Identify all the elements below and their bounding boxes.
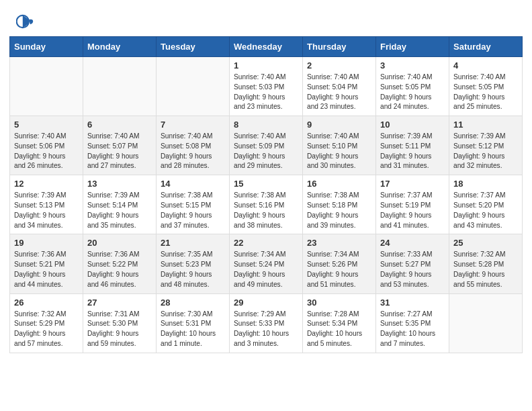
day-number: 12 — [14, 179, 79, 189]
day-cell-14: 14Sunrise: 7:38 AMSunset: 5:15 PMDayligh… — [157, 175, 230, 234]
day-cell-22: 22Sunrise: 7:34 AMSunset: 5:24 PMDayligh… — [230, 234, 303, 293]
sunrise-label: Sunrise: 7:36 AM — [87, 250, 140, 258]
header — [0, 0, 532, 36]
cell-info: Sunrise: 7:40 AMSunset: 5:08 PMDaylight:… — [161, 132, 225, 171]
daylight-label: Daylight: 9 hours and 39 minutes. — [307, 212, 358, 229]
day-cell-27: 27Sunrise: 7:31 AMSunset: 5:30 PMDayligh… — [83, 293, 157, 353]
cell-info: Sunrise: 7:31 AMSunset: 5:30 PMDaylight:… — [87, 310, 152, 349]
daylight-label: Daylight: 9 hours and 44 minutes. — [14, 271, 65, 288]
sunset-label: Sunset: 5:16 PM — [234, 201, 284, 209]
daylight-label: Daylight: 9 hours and 48 minutes. — [161, 271, 212, 288]
empty-cell — [10, 57, 83, 116]
day-number: 29 — [234, 298, 298, 308]
cell-info: Sunrise: 7:40 AMSunset: 5:09 PMDaylight:… — [234, 132, 298, 171]
week-row-5: 26Sunrise: 7:32 AMSunset: 5:29 PMDayligh… — [10, 293, 523, 353]
daylight-label: Daylight: 10 hours and 3 minutes. — [234, 330, 289, 347]
day-number: 4 — [453, 60, 518, 71]
cell-info: Sunrise: 7:29 AMSunset: 5:33 PMDaylight:… — [234, 310, 298, 349]
cell-info: Sunrise: 7:28 AMSunset: 5:34 PMDaylight:… — [307, 310, 371, 349]
sunset-label: Sunset: 5:31 PM — [161, 320, 211, 327]
week-row-2: 5Sunrise: 7:40 AMSunset: 5:06 PMDaylight… — [10, 116, 523, 175]
day-number: 28 — [161, 298, 225, 308]
sunrise-label: Sunrise: 7:35 AM — [161, 250, 213, 258]
day-number: 3 — [380, 60, 445, 71]
day-number: 20 — [87, 238, 152, 248]
daylight-label: Daylight: 9 hours and 41 minutes. — [380, 212, 431, 229]
day-cell-3: 3Sunrise: 7:40 AMSunset: 5:05 PMDaylight… — [376, 57, 449, 116]
day-cell-10: 10Sunrise: 7:39 AMSunset: 5:11 PMDayligh… — [376, 116, 449, 175]
sunrise-label: Sunrise: 7:29 AM — [234, 310, 286, 318]
sunrise-label: Sunrise: 7:40 AM — [453, 73, 506, 81]
day-cell-30: 30Sunrise: 7:28 AMSunset: 5:34 PMDayligh… — [303, 293, 376, 353]
daylight-label: Daylight: 9 hours and 57 minutes. — [14, 330, 65, 347]
daylight-label: Daylight: 10 hours and 7 minutes. — [380, 330, 435, 347]
sunset-label: Sunset: 5:33 PM — [234, 320, 284, 327]
day-number: 21 — [161, 238, 225, 248]
logo-icon — [16, 12, 35, 31]
sunrise-label: Sunrise: 7:28 AM — [307, 310, 359, 318]
cell-info: Sunrise: 7:30 AMSunset: 5:31 PMDaylight:… — [161, 310, 225, 349]
day-number: 25 — [453, 238, 518, 248]
daylight-label: Daylight: 9 hours and 35 minutes. — [87, 212, 138, 229]
day-cell-16: 16Sunrise: 7:38 AMSunset: 5:18 PMDayligh… — [303, 175, 376, 234]
cell-info: Sunrise: 7:37 AMSunset: 5:19 PMDaylight:… — [380, 191, 445, 230]
daylight-label: Daylight: 9 hours and 31 minutes. — [380, 152, 431, 170]
sunrise-label: Sunrise: 7:32 AM — [14, 310, 66, 318]
cell-info: Sunrise: 7:37 AMSunset: 5:20 PMDaylight:… — [453, 191, 518, 230]
sunset-label: Sunset: 5:21 PM — [14, 261, 64, 268]
day-cell-9: 9Sunrise: 7:40 AMSunset: 5:10 PMDaylight… — [303, 116, 376, 175]
sunrise-label: Sunrise: 7:34 AM — [307, 250, 359, 258]
cell-info: Sunrise: 7:34 AMSunset: 5:26 PMDaylight:… — [307, 250, 371, 289]
day-number: 23 — [307, 238, 371, 248]
day-cell-15: 15Sunrise: 7:38 AMSunset: 5:16 PMDayligh… — [230, 175, 303, 234]
sunset-label: Sunset: 5:34 PM — [307, 320, 357, 327]
day-cell-25: 25Sunrise: 7:32 AMSunset: 5:28 PMDayligh… — [449, 234, 523, 293]
sunset-label: Sunset: 5:18 PM — [307, 201, 357, 209]
cell-info: Sunrise: 7:34 AMSunset: 5:24 PMDaylight:… — [234, 250, 298, 289]
sunset-label: Sunset: 5:13 PM — [14, 201, 64, 209]
daylight-label: Daylight: 9 hours and 51 minutes. — [307, 271, 358, 288]
week-row-1: 1Sunrise: 7:40 AMSunset: 5:03 PMDaylight… — [10, 57, 523, 116]
daylight-label: Daylight: 9 hours and 55 minutes. — [453, 271, 504, 288]
sunrise-label: Sunrise: 7:39 AM — [453, 132, 506, 140]
sunset-label: Sunset: 5:23 PM — [161, 261, 211, 268]
cell-info: Sunrise: 7:39 AMSunset: 5:14 PMDaylight:… — [87, 191, 152, 230]
day-cell-17: 17Sunrise: 7:37 AMSunset: 5:19 PMDayligh… — [376, 175, 449, 234]
logo — [16, 12, 38, 31]
daylight-label: Daylight: 9 hours and 30 minutes. — [307, 152, 358, 170]
day-cell-20: 20Sunrise: 7:36 AMSunset: 5:22 PMDayligh… — [83, 234, 157, 293]
day-number: 7 — [161, 120, 225, 130]
sunrise-label: Sunrise: 7:40 AM — [307, 132, 359, 140]
sunrise-label: Sunrise: 7:40 AM — [14, 132, 66, 140]
sunset-label: Sunset: 5:24 PM — [234, 261, 284, 268]
day-header-tuesday: Tuesday — [157, 37, 230, 57]
day-number: 30 — [307, 298, 371, 308]
cell-info: Sunrise: 7:39 AMSunset: 5:12 PMDaylight:… — [453, 132, 518, 171]
day-header-saturday: Saturday — [449, 37, 523, 57]
day-cell-1: 1Sunrise: 7:40 AMSunset: 5:03 PMDaylight… — [230, 57, 303, 116]
daylight-label: Daylight: 9 hours and 32 minutes. — [453, 152, 504, 170]
day-number: 26 — [14, 298, 79, 308]
day-number: 17 — [380, 179, 445, 189]
sunrise-label: Sunrise: 7:34 AM — [234, 250, 286, 258]
day-cell-6: 6Sunrise: 7:40 AMSunset: 5:07 PMDaylight… — [83, 116, 157, 175]
day-header-wednesday: Wednesday — [230, 37, 303, 57]
sunrise-label: Sunrise: 7:31 AM — [87, 310, 140, 318]
calendar-page: SundayMondayTuesdayWednesdayThursdayFrid… — [0, 0, 532, 363]
empty-cell — [83, 57, 157, 116]
week-row-3: 12Sunrise: 7:39 AMSunset: 5:13 PMDayligh… — [10, 175, 523, 234]
cell-info: Sunrise: 7:32 AMSunset: 5:29 PMDaylight:… — [14, 310, 79, 349]
sunrise-label: Sunrise: 7:40 AM — [161, 132, 213, 140]
cell-info: Sunrise: 7:39 AMSunset: 5:11 PMDaylight:… — [380, 132, 445, 171]
day-number: 22 — [234, 238, 298, 248]
cell-info: Sunrise: 7:38 AMSunset: 5:18 PMDaylight:… — [307, 191, 371, 230]
day-cell-4: 4Sunrise: 7:40 AMSunset: 5:05 PMDaylight… — [449, 57, 523, 116]
cell-info: Sunrise: 7:40 AMSunset: 5:10 PMDaylight:… — [307, 132, 371, 171]
day-cell-21: 21Sunrise: 7:35 AMSunset: 5:23 PMDayligh… — [157, 234, 230, 293]
daylight-label: Daylight: 9 hours and 25 minutes. — [453, 93, 504, 111]
day-cell-26: 26Sunrise: 7:32 AMSunset: 5:29 PMDayligh… — [10, 293, 83, 353]
sunset-label: Sunset: 5:29 PM — [14, 320, 64, 327]
cell-info: Sunrise: 7:40 AMSunset: 5:07 PMDaylight:… — [87, 132, 152, 171]
sunset-label: Sunset: 5:12 PM — [453, 142, 504, 150]
sunset-label: Sunset: 5:15 PM — [161, 201, 211, 209]
